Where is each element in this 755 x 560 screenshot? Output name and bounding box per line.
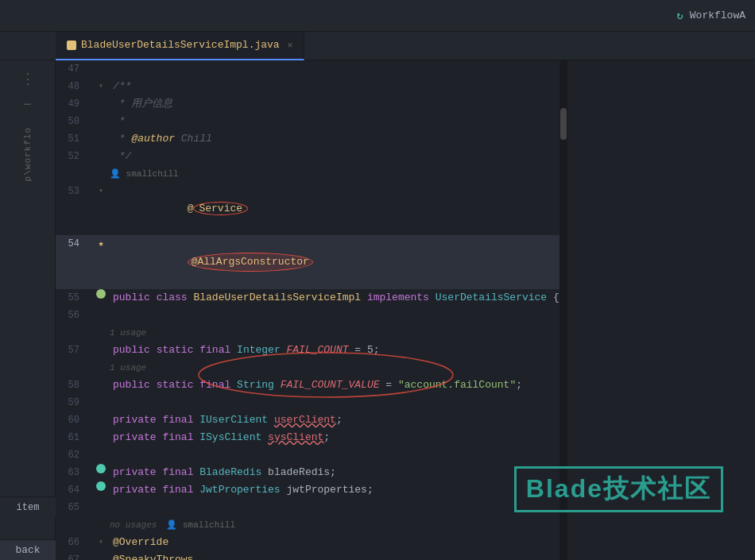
table-row: 66 ▾ @Override <box>56 534 559 551</box>
scrollbar[interactable] <box>559 60 567 560</box>
gutter-icon-64 <box>96 481 106 491</box>
table-row: 56 <box>56 307 559 324</box>
gutter-55 <box>92 289 110 299</box>
line-code-48: /** <box>110 78 559 95</box>
line-number-64: 64 <box>56 481 92 499</box>
table-row: 48 ▾ /** <box>56 78 559 95</box>
table-row: 53 ▾ @Service <box>56 183 559 235</box>
workflow-icon: ↻ <box>676 9 683 22</box>
table-row: 67 @SneakyThrows <box>56 551 559 560</box>
hint-line-58: 1 usage <box>56 359 559 377</box>
editor-content: 47 48 ▾ /** 49 * 用户信息 <box>56 60 559 560</box>
tabs-bar: BladeUserDetailsServiceImpl.java ✕ <box>0 32 755 60</box>
gutter-48: ▾ <box>92 78 110 95</box>
line-code-67: @SneakyThrows <box>110 551 559 560</box>
item-bar: item <box>0 496 56 517</box>
line-code-60: private final IUserClient userClient; <box>110 411 559 429</box>
line-code-54: @AllArgsConstructor <box>110 235 559 289</box>
table-row: 63 private final BladeRedis bladeRedis; <box>56 464 559 481</box>
code-container: 47 48 ▾ /** 49 * 用户信息 <box>56 60 559 560</box>
line-number-63: 63 <box>56 464 92 481</box>
line-number-62: 62 <box>56 446 92 464</box>
java-file-icon <box>67 41 76 50</box>
main-layout: ⋮ − p\workflo 47 48 ▾ <box>0 60 755 560</box>
gutter-icon-63 <box>96 464 106 473</box>
tab-close-button[interactable]: ✕ <box>288 40 293 50</box>
table-row: 47 <box>56 60 559 78</box>
table-row: 57 public static final Integer FAIL_COUN… <box>56 342 559 359</box>
table-row: 52 */ <box>56 148 559 165</box>
gutter-53: ▾ <box>92 183 110 200</box>
line-code-57: public static final Integer FAIL_COUNT =… <box>110 342 559 359</box>
gutter-63 <box>92 464 110 473</box>
line-code-50: * <box>110 113 559 130</box>
line-code-49: * 用户信息 <box>110 95 559 113</box>
line-code-51: * @author Chill <box>110 130 559 148</box>
hint-line-66: no usages 👤 smallchill <box>56 516 559 534</box>
line-code-58: public static final String FAIL_COUNT_VA… <box>110 377 559 394</box>
line-code-66: @Override <box>110 534 559 551</box>
line-number-61: 61 <box>56 429 92 446</box>
line-number-60: 60 <box>56 411 92 429</box>
titlebar: ↻ WorkflowA <box>0 0 755 32</box>
line-number-48: 48 <box>56 78 92 95</box>
workflow-label: WorkflowA <box>690 10 745 21</box>
gutter-icon-55 <box>96 289 106 299</box>
tab-label: BladeUserDetailsServiceImpl.java <box>81 39 280 51</box>
tab-blade-user-details[interactable]: BladeUserDetailsServiceImpl.java ✕ <box>56 32 304 60</box>
line-number-65: 65 <box>56 499 92 516</box>
table-row: 50 * <box>56 113 559 130</box>
gutter-64 <box>92 481 110 491</box>
line-code-64: private final JwtProperties jwtPropertie… <box>110 481 559 499</box>
sidebar-left: ⋮ − p\workflo <box>0 60 56 560</box>
hint-line-57: 1 usage <box>56 324 559 342</box>
breadcrumb: p\workflo <box>23 127 33 181</box>
line-code-53: @Service <box>110 183 559 235</box>
sidebar-minus[interactable]: − <box>20 94 35 116</box>
line-number-51: 51 <box>56 130 92 148</box>
line-number-49: 49 <box>56 95 92 113</box>
line-number-54: 54 <box>56 235 92 253</box>
fold-arrow-53[interactable]: ▾ <box>99 183 103 200</box>
back-label: back <box>15 544 40 556</box>
fold-arrow-66[interactable]: ▾ <box>99 534 103 551</box>
table-row: 60 private final IUserClient userClient; <box>56 411 559 429</box>
sidebar-menu-dots[interactable]: ⋮ <box>17 67 38 91</box>
line-number-55: 55 <box>56 289 92 307</box>
table-row: 65 <box>56 499 559 516</box>
line-code-55: public class BladeUserDetailsServiceImpl… <box>110 289 559 307</box>
table-row: 49 * 用户信息 <box>56 95 559 113</box>
table-row: 58 public static final String FAIL_COUNT… <box>56 377 559 394</box>
bookmark-icon-54: ★ <box>98 235 103 253</box>
titlebar-right: ↻ WorkflowA <box>676 9 745 22</box>
line-code-52: */ <box>110 148 559 165</box>
table-row: 62 <box>56 446 559 464</box>
item-label: item <box>17 502 40 513</box>
line-number-56: 56 <box>56 307 92 324</box>
gutter-66: ▾ <box>92 534 110 551</box>
line-number-50: 50 <box>56 113 92 130</box>
table-row: 59 <box>56 394 559 411</box>
table-row: 61 private final ISysClient sysClient; <box>56 429 559 446</box>
hint-line-53: 👤 smallchill <box>56 165 559 183</box>
table-row: 54 ★ @AllArgsConstructor <box>56 235 559 289</box>
fold-arrow-48[interactable]: ▾ <box>99 78 103 95</box>
line-number-52: 52 <box>56 148 92 165</box>
back-button[interactable]: back <box>0 539 56 560</box>
line-number-66: 66 <box>56 534 92 551</box>
line-code-61: private final ISysClient sysClient; <box>110 429 559 446</box>
line-code-63: private final BladeRedis bladeRedis; <box>110 464 559 481</box>
table-row: 55 public class BladeUserDetailsServiceI… <box>56 289 559 307</box>
line-number-58: 58 <box>56 377 92 394</box>
line-number-59: 59 <box>56 394 92 411</box>
line-number-67: 67 <box>56 551 92 560</box>
line-number-57: 57 <box>56 342 92 359</box>
line-number-47: 47 <box>56 60 92 78</box>
editor-scroll: 47 48 ▾ /** 49 * 用户信息 <box>56 60 567 560</box>
table-row: 64 private final JwtProperties jwtProper… <box>56 481 559 499</box>
table-row: 51 * @author Chill <box>56 130 559 148</box>
gutter-54: ★ <box>92 235 110 253</box>
line-number-53: 53 <box>56 183 92 200</box>
